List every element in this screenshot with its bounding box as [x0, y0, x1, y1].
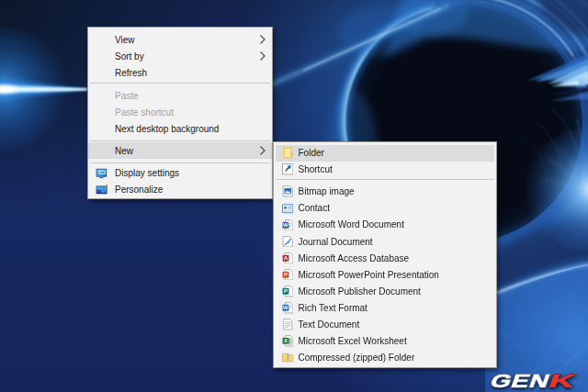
svg-text:W: W: [283, 221, 288, 228]
svg-text:P: P: [283, 271, 287, 277]
svg-text:A: A: [283, 254, 288, 261]
svg-text:P: P: [283, 287, 287, 294]
svg-text:W: W: [283, 305, 288, 311]
